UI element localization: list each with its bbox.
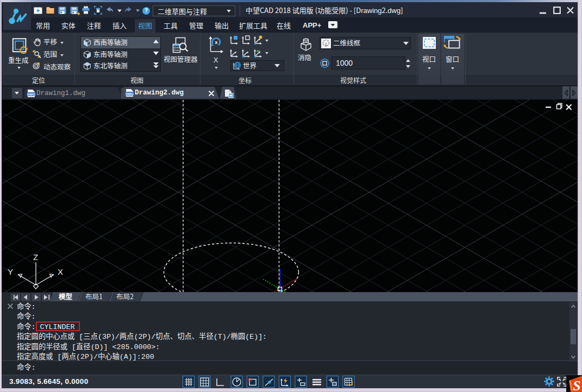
svg-text:Y: Y: [8, 267, 13, 276]
svg-text:Z: Z: [33, 252, 38, 262]
svg-text:X: X: [58, 267, 63, 276]
svg-text:DWG: DWG: [27, 93, 35, 96]
svg-text:S: S: [573, 378, 580, 392]
svg-text:DWG: DWG: [126, 92, 134, 96]
svg-text:x: x: [215, 39, 218, 45]
